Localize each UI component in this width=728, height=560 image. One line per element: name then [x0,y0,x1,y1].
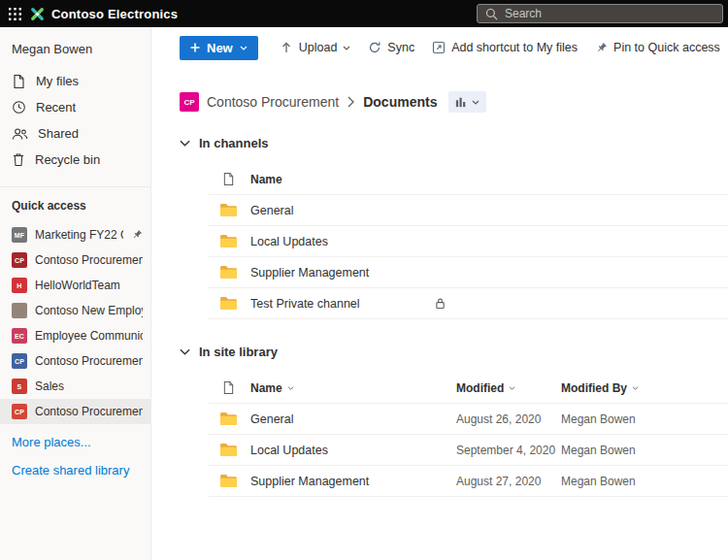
sidebar-item-shared[interactable]: Shared [0,120,150,147]
quick-access-item[interactable]: CP Contoso Procurement USA [0,247,150,273]
column-label: Name [250,381,282,395]
quick-access-label: Marketing FY22 Q1... [35,228,123,242]
site-chip: CP [12,252,27,268]
search-icon [485,8,498,20]
folder-icon [218,265,238,280]
upload-button[interactable]: Upload [271,35,360,60]
site-chip: H [12,278,27,293]
waffle-icon [9,8,21,20]
sidebar-item-my-files[interactable]: My files [0,68,150,94]
chevron-down-icon [509,386,515,390]
table-row[interactable]: Local Updates September 4, 2020 Megan Bo… [209,435,728,466]
quick-access-label: Contoso Procurement [35,405,143,418]
quick-access-label: HelloWorldTeam [35,279,143,292]
sidebar-item-label: Recycle bin [35,152,100,167]
command-bar: New Upload Sync Add shortcut to My files [152,27,728,70]
folder-icon [218,412,238,426]
upload-button-label: Upload [299,41,338,54]
site-chip-initials: CP [15,358,24,365]
chevron-down-icon [180,140,190,147]
table-row[interactable]: General August 26, 2020 Megan Bowen [209,404,728,435]
file-name: General [250,412,456,426]
create-shared-library-link[interactable]: Create shared library [0,456,150,484]
site-chip-initials: S [17,383,22,390]
quick-access-item[interactable]: EC Employee Communication [0,323,150,348]
add-shortcut-icon [432,41,446,54]
site-chip[interactable]: CP [180,92,199,112]
contoso-logo-icon [29,6,46,22]
file-icon [12,74,26,89]
folder-icon [218,203,238,217]
quick-access-label: Employee Communication [35,329,143,343]
file-modified-by: Megan Bowen [561,475,728,488]
sidebar-item-recycle-bin[interactable]: Recycle bin [0,147,150,173]
quick-access-label: Contoso New Employee ... [35,304,143,317]
site-chip [12,303,27,318]
new-button-label: New [207,41,233,55]
site-chip-initials: CP [15,409,24,415]
quick-access-header: Quick access [0,199,150,222]
view-options-button[interactable] [448,91,486,113]
pin-icon [595,42,608,54]
pin-to-quick-access-button[interactable]: Pin to Quick access [586,35,728,60]
file-name: Local Updates [250,235,435,248]
breadcrumb-site-link[interactable]: Contoso Procurement [207,94,339,110]
folder-icon [218,296,238,311]
quick-access-item[interactable]: S Sales [0,374,150,399]
file-modified: August 26, 2020 [456,412,561,426]
chevron-down-icon [632,386,639,390]
breadcrumb: CP Contoso Procurement Documents [180,91,728,113]
pin-to-quick-access-label: Pin to Quick access [613,41,720,54]
add-shortcut-button[interactable]: Add shortcut to My files [423,35,586,60]
column-header-name[interactable]: Name [250,381,456,395]
document-icon [218,380,238,395]
table-row[interactable]: Local Updates [209,226,728,257]
column-header-name[interactable]: Name [250,173,435,186]
quick-access-item[interactable]: MF Marketing FY22 Q1... [0,222,150,247]
trash-icon [12,152,25,167]
quick-access-item[interactable]: CP Contoso Procurement - T... [0,348,150,374]
sidebar-item-recent[interactable]: Recent [0,94,150,120]
people-icon [12,127,28,141]
library-table: Name Modified Modified By General August… [209,373,728,497]
file-name: Local Updates [250,444,456,457]
app-top-bar: Contoso Electronics [0,0,728,27]
more-places-link[interactable]: More places... [0,428,150,456]
table-row[interactable]: General [209,195,728,226]
sync-button-label: Sync [387,41,414,54]
library-rows: General August 26, 2020 Megan Bowen Loca… [209,404,728,497]
section-title: In site library [199,345,278,359]
column-label: Modified [456,381,504,395]
file-modified: August 27, 2020 [456,475,561,488]
search-input[interactable] [505,7,714,20]
section-header-in-channels[interactable]: In channels [152,136,269,150]
table-row[interactable]: Supplier Management August 27, 2020 Mega… [209,466,728,497]
quick-access-item[interactable]: CP Contoso Procurement [0,399,150,424]
left-sidebar: Megan Bowen My files Recent Shared Recyc… [0,27,151,560]
section-header-in-site-library[interactable]: In site library [152,345,278,359]
brand[interactable]: Contoso Electronics [29,6,178,22]
table-row[interactable]: Supplier Management [209,257,728,288]
chevron-right-icon [347,96,354,108]
search-box[interactable] [477,4,723,23]
plus-icon [190,43,200,52]
file-modified-by: Megan Bowen [561,444,728,457]
table-row[interactable]: Test Private channel [209,288,728,319]
column-header-modified-by[interactable]: Modified By [561,381,728,395]
file-modified: September 4, 2020 [456,444,561,457]
new-button[interactable]: New [180,36,258,60]
channels-rows: General Local Updates Supplier Managemen… [209,195,728,319]
sync-button[interactable]: Sync [359,35,423,60]
app-launcher-waffle-icon[interactable] [0,0,29,27]
file-name: Supplier Management [250,475,456,488]
site-chip: CP [12,353,27,369]
quick-access-item[interactable]: H HelloWorldTeam [0,273,150,298]
quick-access-item[interactable]: Contoso New Employee ... [0,298,150,323]
clock-icon [12,100,26,115]
site-chip: S [12,379,27,394]
sidebar-divider [0,186,150,187]
upload-icon [280,41,293,54]
sidebar-item-label: Recent [36,100,76,115]
folder-icon [218,443,238,457]
column-header-modified[interactable]: Modified [456,381,561,395]
